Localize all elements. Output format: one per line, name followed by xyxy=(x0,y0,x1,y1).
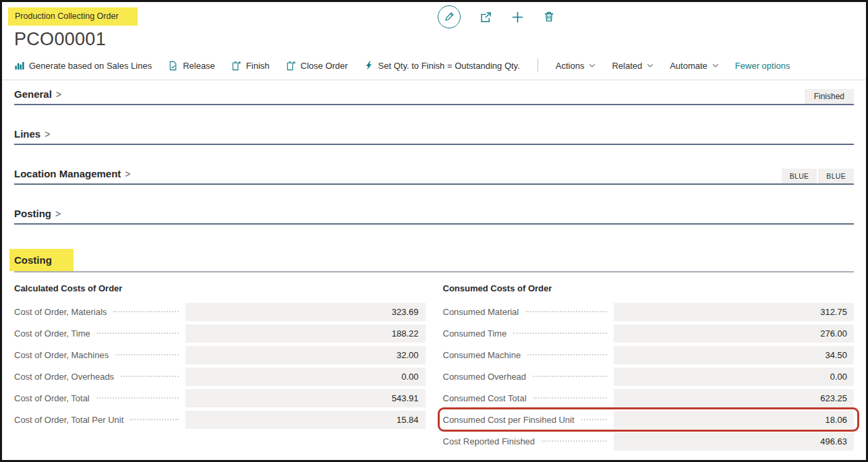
field-label: Consumed Time xyxy=(443,328,507,339)
status-badge: Finished xyxy=(805,89,854,104)
button-label: Finish xyxy=(246,61,270,71)
field-label: Consumed Cost per Finsihed Unit xyxy=(443,415,575,425)
dotted-leader xyxy=(542,440,607,442)
automate-menu[interactable]: Automate xyxy=(670,61,719,71)
field-row-cost-machines: Cost of Order, Machines 32.00 xyxy=(14,345,426,364)
toolbar-divider xyxy=(538,59,538,72)
field-row-cost-materials: Cost of Order, Materials 323.69 xyxy=(14,302,426,321)
lightning-icon xyxy=(364,61,374,70)
field-label: Consumed Overhead xyxy=(443,372,527,382)
dotted-leader xyxy=(113,311,178,312)
app-window: Production Collecting Order PCO00001 xyxy=(0,0,868,462)
chevron-right-icon: > xyxy=(125,169,130,179)
field-value[interactable]: 32.00 xyxy=(185,346,426,364)
chevron-down-icon xyxy=(589,62,596,69)
field-value[interactable]: 496.63 xyxy=(614,432,854,451)
chevron-down-icon xyxy=(647,62,654,69)
field-row-cost-reported-finished: Cost Reported Finished 496.63 xyxy=(443,432,855,451)
section-summary-badges: BLUE BLUE xyxy=(782,169,854,183)
close-order-button[interactable]: Close Order xyxy=(286,61,348,71)
field-value[interactable]: 0.00 xyxy=(185,368,426,386)
consumed-costs-column: Consumed Costs of Order Consumed Materia… xyxy=(443,283,855,453)
field-value[interactable]: 15.84 xyxy=(185,411,426,429)
dotted-leader xyxy=(115,354,178,355)
field-value[interactable]: 0.00 xyxy=(614,368,854,386)
field-label: Cost of Order, Time xyxy=(14,328,90,339)
section-costing[interactable]: Costing xyxy=(14,249,854,272)
section-general: General > Finished xyxy=(14,88,854,105)
page-header: Production Collecting Order PCO00001 xyxy=(2,2,866,50)
field-value[interactable]: 18.06 xyxy=(614,411,854,429)
fewer-options-link[interactable]: Fewer options xyxy=(735,61,790,71)
section-lines-toggle[interactable]: Lines > xyxy=(14,128,50,144)
section-label: Lines xyxy=(14,128,40,140)
section-posting-toggle[interactable]: Posting > xyxy=(14,208,61,223)
set-qty-to-finish-button[interactable]: Set Qty. to Finish = Outstanding Qty. xyxy=(364,61,520,71)
document-check-icon xyxy=(168,61,178,71)
field-value[interactable]: 34.50 xyxy=(614,346,854,364)
field-label: Cost of Order, Materials xyxy=(14,307,107,317)
generate-based-on-sales-lines-button[interactable]: Generate based on Sales Lines xyxy=(14,61,152,71)
page-title: PCO00001 xyxy=(14,29,854,50)
dotted-leader xyxy=(513,333,607,334)
menu-label: Related xyxy=(612,61,642,71)
field-label: Cost Reported Finished xyxy=(443,436,536,446)
field-value[interactable]: 312.75 xyxy=(614,303,854,321)
field-value[interactable]: 323.69 xyxy=(185,303,426,321)
action-bar: Generate based on Sales Lines Release Fi… xyxy=(2,51,866,80)
field-row-cost-total-per-unit: Cost of Order, Total Per Unit 15.84 xyxy=(14,410,426,429)
field-row-consumed-cost-total: Consumed Cost Total 623.25 xyxy=(443,388,855,407)
dotted-leader xyxy=(533,397,607,399)
bar-chart-icon xyxy=(14,61,24,71)
dotted-leader xyxy=(533,376,607,377)
section-location-management-toggle[interactable]: Location Management > xyxy=(14,168,131,183)
menu-label: Actions xyxy=(556,61,585,71)
button-label: Close Order xyxy=(301,61,348,71)
costing-columns: Calculated Costs of Order Cost of Order,… xyxy=(14,283,854,453)
field-value[interactable]: 276.00 xyxy=(614,324,854,343)
button-label: Set Qty. to Finish = Outstanding Qty. xyxy=(378,61,520,71)
dotted-leader xyxy=(581,419,607,420)
location-badge: BLUE xyxy=(782,169,817,183)
button-label: Generate based on Sales Lines xyxy=(29,61,152,71)
field-value[interactable]: 543.91 xyxy=(185,389,426,407)
share-button[interactable] xyxy=(480,11,492,24)
share-icon xyxy=(480,11,492,24)
trash-icon xyxy=(543,11,555,23)
page-content: General > Finished Lines > Location Mana… xyxy=(2,80,866,453)
edit-button[interactable] xyxy=(438,5,461,28)
field-label: Cost of Order, Total xyxy=(14,393,90,403)
related-menu[interactable]: Related xyxy=(612,61,654,71)
add-button[interactable] xyxy=(511,11,524,24)
chevron-right-icon: > xyxy=(45,129,50,140)
section-posting: Posting > xyxy=(14,208,854,225)
field-value[interactable]: 188.22 xyxy=(185,324,426,343)
field-label: Cost of Order, Total Per Unit xyxy=(14,415,123,425)
field-value[interactable]: 623.25 xyxy=(614,389,854,407)
clipboard-close-icon xyxy=(286,61,296,71)
section-label: General xyxy=(14,88,52,100)
location-badge: BLUE xyxy=(818,169,854,183)
field-row-consumed-material: Consumed Material 312.75 xyxy=(443,302,855,321)
field-row-cost-overheads: Cost of Order, Overheads 0.00 xyxy=(14,367,426,386)
dotted-leader xyxy=(527,354,607,355)
dotted-leader xyxy=(525,311,607,312)
section-label: Location Management xyxy=(14,168,121,179)
field-label: Cost of Order, Overheads xyxy=(14,372,114,382)
field-label: Consumed Material xyxy=(443,307,519,317)
field-row-consumed-cost-per-finished-unit: Consumed Cost per Finsihed Unit 18.06 xyxy=(443,410,855,429)
field-label: Consumed Cost Total xyxy=(443,393,527,403)
section-lines: Lines > xyxy=(14,128,854,145)
field-row-consumed-overhead: Consumed Overhead 0.00 xyxy=(443,367,855,386)
section-summary-badges: Finished xyxy=(805,89,854,104)
actions-menu[interactable]: Actions xyxy=(556,61,596,71)
delete-button[interactable] xyxy=(543,11,555,23)
page-action-icons xyxy=(438,5,555,28)
dotted-leader xyxy=(130,419,178,420)
calculated-costs-column: Calculated Costs of Order Cost of Order,… xyxy=(14,283,426,453)
dotted-leader xyxy=(121,376,178,377)
button-label: Release xyxy=(183,61,215,71)
release-button[interactable]: Release xyxy=(168,61,215,71)
section-general-toggle[interactable]: General > xyxy=(14,88,61,104)
finish-button[interactable]: Finish xyxy=(231,61,270,71)
